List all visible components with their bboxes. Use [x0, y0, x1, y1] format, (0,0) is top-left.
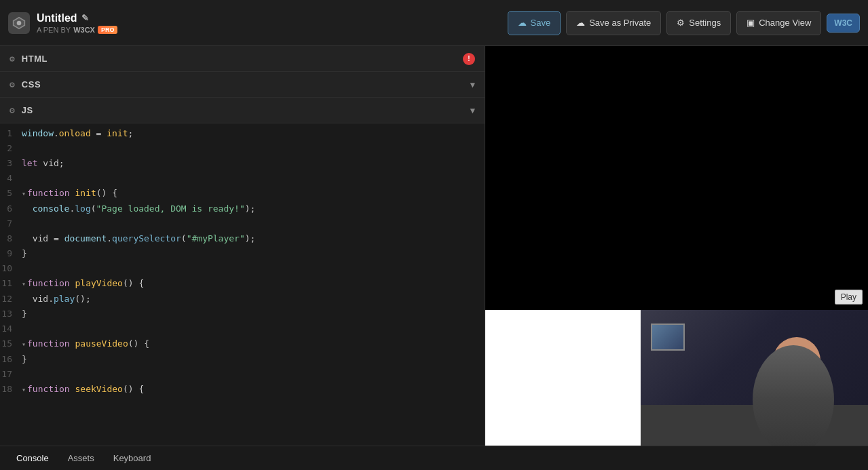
code-line: 14: [0, 321, 485, 336]
w3c-badge[interactable]: W3C: [827, 14, 860, 33]
code-line: 9 }: [0, 246, 485, 261]
code-line: 1 window.onload = init;: [0, 126, 485, 141]
code-line: 2: [0, 141, 485, 156]
code-line: 4: [0, 171, 485, 186]
js-section-actions: ▼: [470, 106, 475, 115]
assets-tab[interactable]: Assets: [60, 450, 102, 466]
keyboard-tab[interactable]: Keyboard: [105, 450, 159, 466]
right-panel: Play: [485, 46, 868, 446]
code-line: 8 vid = document.querySelector("#myPlaye…: [0, 231, 485, 246]
save-private-button[interactable]: ☁ Save as Private: [566, 11, 661, 35]
code-line: 6 console.log("Page loaded, DOM is ready…: [0, 201, 485, 216]
preview-top: Play: [485, 46, 868, 310]
html-label: HTML: [22, 54, 48, 64]
js-section-header[interactable]: ⚙ JS ▼: [0, 98, 485, 123]
pen-title-area: Untitled ✎ A PEN BY W3CX PRO: [37, 12, 117, 34]
code-line: 3 let vid;: [0, 156, 485, 171]
console-tab[interactable]: Console: [8, 450, 57, 466]
view-icon: ▣: [747, 18, 755, 28]
code-line: 15 ▾function pauseVideo() {: [0, 336, 485, 352]
play-button[interactable]: Play: [835, 290, 863, 305]
code-line: 11 ▾function playVideo() {: [0, 276, 485, 292]
code-line: 10: [0, 261, 485, 276]
code-editor[interactable]: 1 window.onload = init; 2 3 let vid; 4: [0, 123, 485, 446]
photo-on-wall: [651, 324, 685, 351]
html-section-header[interactable]: ⚙ HTML !: [0, 46, 485, 72]
js-gear-icon[interactable]: ⚙: [10, 105, 15, 115]
save-button[interactable]: ☁ Save: [508, 11, 561, 35]
code-line: 18 ▾function seekVideo() {: [0, 382, 485, 397]
change-view-button[interactable]: ▣ Change View: [736, 11, 821, 35]
code-line: 13 }: [0, 307, 485, 321]
pro-badge: PRO: [98, 26, 118, 34]
pen-title: Untitled ✎: [37, 12, 117, 24]
gear-icon: ⚙: [677, 18, 685, 28]
cloud-private-icon: ☁: [576, 18, 585, 28]
code-line: 12 vid.play();: [0, 292, 485, 307]
logo-icon[interactable]: [8, 12, 30, 34]
js-label: JS: [22, 105, 33, 115]
main: ⚙ HTML ! ⚙ CSS ▼ ⚙ JS ▼: [0, 46, 868, 446]
webcam-image: [641, 310, 868, 446]
css-section-header[interactable]: ⚙ CSS ▼: [0, 72, 485, 98]
preview-bottom: [485, 310, 868, 446]
js-chevron-icon[interactable]: ▼: [470, 106, 475, 115]
author-name: W3CX: [73, 26, 95, 34]
edit-icon[interactable]: ✎: [81, 13, 89, 23]
code-area[interactable]: 1 window.onload = init; 2 3 let vid; 4: [0, 123, 485, 446]
cloud-save-icon: ☁: [518, 18, 527, 28]
subtitle-text: A PEN BY: [37, 26, 71, 34]
css-label: CSS: [22, 79, 41, 90]
css-section-actions: ▼: [470, 80, 475, 90]
header-actions: ☁ Save ☁ Save as Private ⚙ Settings ▣ Ch…: [508, 11, 860, 35]
left-panel: ⚙ HTML ! ⚙ CSS ▼ ⚙ JS ▼: [0, 46, 485, 446]
code-line: 16 }: [0, 352, 485, 367]
webcam-overlay: [641, 310, 868, 446]
css-chevron-icon[interactable]: ▼: [470, 80, 475, 90]
settings-button[interactable]: ⚙ Settings: [666, 11, 731, 35]
css-gear-icon[interactable]: ⚙: [10, 79, 15, 90]
header: Untitled ✎ A PEN BY W3CX PRO ☁ Save ☁ Sa…: [0, 0, 868, 46]
code-line: 17: [0, 367, 485, 382]
code-line: 5 ▾function init() {: [0, 186, 485, 201]
html-error-badge: !: [463, 53, 475, 65]
svg-point-1: [18, 21, 21, 24]
html-section-actions: !: [463, 53, 475, 65]
bottom-bar: Console Assets Keyboard: [0, 446, 868, 470]
html-gear-icon[interactable]: ⚙: [10, 54, 15, 64]
code-line: 7: [0, 216, 485, 231]
pen-subtitle: A PEN BY W3CX PRO: [37, 26, 117, 34]
pen-name: Untitled: [37, 12, 77, 24]
